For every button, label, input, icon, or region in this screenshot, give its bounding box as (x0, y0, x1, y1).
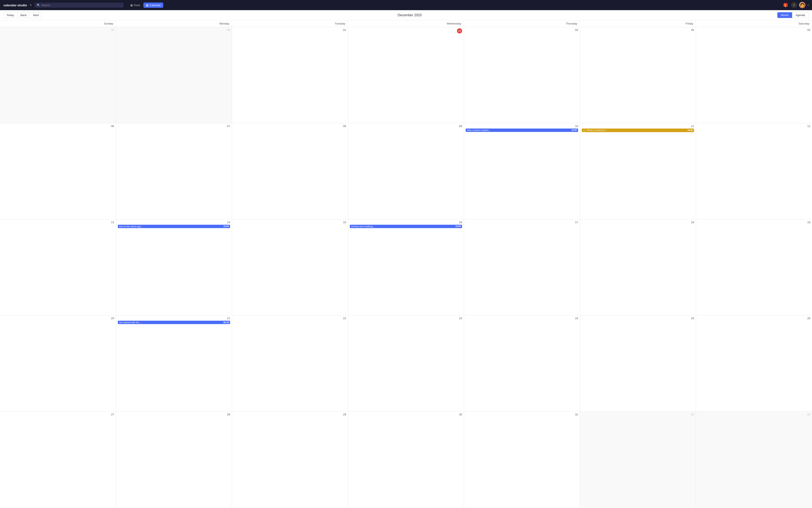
edit-icon[interactable]: ✎ (30, 3, 32, 7)
calendar-cell[interactable]: 15 (232, 219, 348, 315)
calendar-cell[interactable]: 26 (696, 315, 812, 411)
header-day-thursday: Thursday (464, 20, 580, 27)
calendar-cell[interactable]: 13 (0, 219, 116, 315)
nav-tabs: ▦ Desk ▦ Calendar (128, 3, 163, 8)
calendar-cell[interactable]: 02 (696, 412, 812, 508)
avatar-chevron-icon[interactable]: ▾ (808, 4, 809, 6)
search-bar[interactable]: 🔍 (35, 3, 123, 8)
calendar-cell[interactable]: 19 (696, 219, 812, 315)
next-button[interactable]: Next (30, 12, 42, 18)
day-number: 02 (698, 413, 810, 416)
calendar-cell[interactable]: 16Solving new challeng...19:00 (348, 219, 464, 315)
back-button[interactable]: Back (17, 12, 30, 18)
calendar-cell[interactable]: 04 (580, 27, 696, 123)
day-number: 15 (234, 221, 346, 224)
calendar-week-4: 2021Get started with the ...06:302223242… (0, 315, 812, 412)
day-number: 03 (465, 28, 578, 32)
calendar-grid: SundayMondayTuesdayWednesdayThursdayFrid… (0, 20, 812, 508)
day-number: 25 (582, 317, 694, 320)
day-number: 29 (234, 413, 346, 416)
event-title: Solving new challeng... (351, 225, 455, 228)
day-number: 08 (234, 125, 346, 128)
calendar-cell[interactable]: 23 (348, 315, 464, 411)
calendar-cell[interactable]: 24 (464, 315, 580, 411)
calendar-cell[interactable]: 08 (232, 123, 348, 219)
desk-icon: ▦ (130, 4, 133, 7)
calendar-cell[interactable]: 30 (116, 27, 232, 123)
calendar-cell[interactable]: 21Get started with the ...06:30 (116, 315, 232, 411)
calendar-cell[interactable]: 02 (348, 27, 464, 123)
calendar-cell[interactable]: 01 (580, 412, 696, 508)
calendar-cell[interactable]: 22 (232, 315, 348, 411)
tab-calendar-label: Calendar (150, 4, 161, 7)
calendar-event[interactable]: ⚠️ What is content m...18:00 (582, 129, 694, 132)
calendar-cell[interactable]: 30 (348, 412, 464, 508)
day-number: 24 (465, 317, 578, 320)
calendar-cell[interactable]: 29 (232, 412, 348, 508)
event-time: 19:00 (455, 225, 461, 227)
day-number: 11 (582, 125, 694, 128)
event-title: Get started with the ... (119, 321, 223, 324)
event-title: Why content modelin... (467, 129, 570, 131)
today-button[interactable]: Today (3, 12, 17, 18)
calendar-event[interactable]: Why content modelin...18:00 (465, 129, 578, 132)
day-number: 10 (465, 125, 578, 128)
view-button-group: Month Agenda (777, 12, 809, 18)
calendar-cell[interactable]: 20 (0, 315, 116, 411)
gift-icon[interactable]: 🎁 (782, 2, 789, 8)
day-number: 01 (234, 28, 346, 32)
agenda-view-button[interactable]: Agenda (792, 12, 809, 18)
event-time: 06:30 (224, 321, 229, 324)
calendar-cell[interactable]: 07 (116, 123, 232, 219)
day-number: 05 (698, 28, 810, 32)
day-number: 01 (582, 413, 694, 416)
day-number: 21 (118, 317, 230, 320)
calendar-cell[interactable]: 09 (348, 123, 464, 219)
day-number: 20 (2, 317, 114, 320)
calendar-cell[interactable]: 27 (0, 412, 116, 508)
calendar-cell[interactable]: 10Why content modelin...18:00 (464, 123, 580, 219)
tab-calendar[interactable]: ▦ Calendar (144, 3, 163, 8)
day-number: 09 (350, 125, 462, 128)
calendar-cell[interactable]: 28 (116, 412, 232, 508)
day-number: 27 (2, 413, 114, 416)
calendar-icon: ▦ (146, 4, 149, 7)
day-number: 26 (698, 317, 810, 320)
calendar-title: December 2020 (42, 13, 777, 17)
search-icon: 🔍 (37, 4, 40, 7)
day-number: 22 (234, 317, 346, 320)
header-day-tuesday: Tuesday (232, 20, 348, 27)
day-number: 18 (582, 221, 694, 224)
calendar-cell[interactable]: 11⚠️ What is content m...18:00 (580, 123, 696, 219)
day-number: 06 (2, 125, 114, 128)
notification-badge[interactable]: 0 (791, 2, 797, 8)
calendar-cell[interactable]: 25 (580, 315, 696, 411)
calendar-cell[interactable]: 18 (580, 219, 696, 315)
calendar-event[interactable]: Solving new challeng...19:00 (350, 225, 462, 228)
calendar-cell[interactable]: 17 (464, 219, 580, 315)
day-number: 14 (118, 221, 230, 224)
calendar-event[interactable]: Get started with the ...06:30 (118, 321, 230, 324)
search-input[interactable] (41, 4, 121, 7)
calendar-cell[interactable]: 14Get on the same pag...10:00 (116, 219, 232, 315)
calendar-week-2: 0607080910Why content modelin...18:0011⚠… (0, 123, 812, 219)
calendar-cell[interactable]: 29 (0, 27, 116, 123)
calendar-cell[interactable]: 03 (464, 27, 580, 123)
day-number: 28 (118, 413, 230, 416)
calendar-event[interactable]: Get on the same pag...10:00 (118, 225, 230, 228)
calendar-cell[interactable]: 31 (464, 412, 580, 508)
calendar-toolbar: Today Back Next December 2020 Month Agen… (0, 10, 812, 20)
calendar-cell[interactable]: 12 (696, 123, 812, 219)
today-badge: 02 (457, 28, 462, 33)
avatar[interactable]: 🧑 (799, 2, 805, 8)
navbar: calendar-studio ✎ 🔍 ▦ Desk ▦ Calendar 🎁 … (0, 0, 812, 10)
event-time: 10:00 (224, 225, 229, 227)
tab-desk[interactable]: ▦ Desk (128, 3, 143, 8)
header-day-wednesday: Wednesday (348, 20, 464, 27)
event-time: 18:00 (571, 129, 577, 131)
calendar-cell[interactable]: 01 (232, 27, 348, 123)
month-view-button[interactable]: Month (777, 12, 792, 18)
calendar-cell[interactable]: 05 (696, 27, 812, 123)
calendar-cell[interactable]: 06 (0, 123, 116, 219)
day-number: 30 (118, 28, 230, 32)
